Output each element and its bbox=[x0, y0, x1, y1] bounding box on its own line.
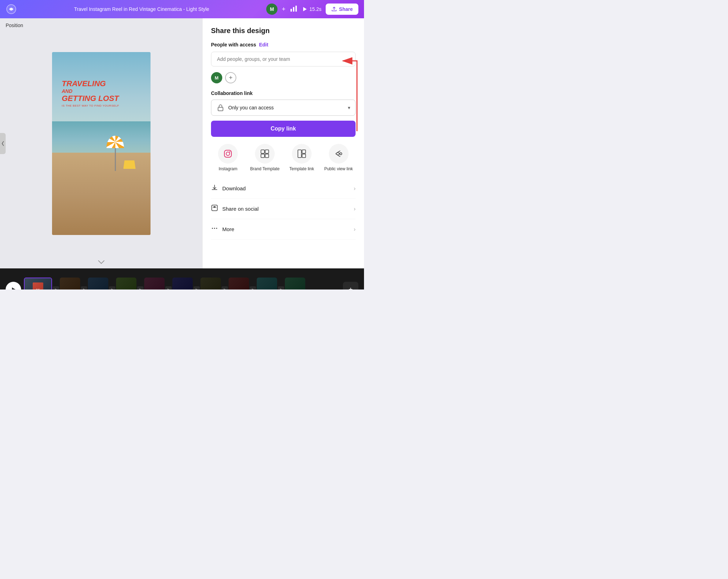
collab-link-label: Collaboration link bbox=[211, 90, 356, 96]
owner-avatar[interactable]: M bbox=[211, 72, 222, 83]
umbrella-top bbox=[107, 136, 124, 148]
lock-icon bbox=[216, 103, 225, 112]
timeline-clip-0[interactable]: T G 3.2s bbox=[24, 278, 52, 290]
copy-link-button[interactable]: Copy link bbox=[211, 121, 356, 137]
add-collaborator-button[interactable]: + bbox=[282, 6, 286, 13]
social-icon bbox=[211, 204, 218, 213]
svg-rect-15 bbox=[302, 150, 306, 153]
clip-transition-4[interactable] bbox=[165, 286, 172, 290]
design-canvas[interactable]: TRAVELING AND GETTING LOST IS THE BEST W… bbox=[52, 52, 151, 235]
clip-transition-1[interactable] bbox=[81, 286, 87, 290]
timeline: T G 3.2s 1.5s 1.5s 1.5s 1.5s bbox=[0, 268, 364, 290]
share-button[interactable]: Share bbox=[326, 4, 358, 15]
share-button-label: Share bbox=[339, 6, 353, 12]
collaborators-row: M + bbox=[211, 72, 356, 83]
clip-transition-6[interactable] bbox=[222, 286, 228, 290]
public-view-link-icon bbox=[329, 144, 349, 164]
add-people-input[interactable] bbox=[211, 52, 356, 66]
sand-layer bbox=[52, 153, 151, 235]
access-level-left: Only you can access bbox=[216, 103, 274, 112]
template-link-icon bbox=[292, 144, 312, 164]
svg-rect-1 bbox=[290, 9, 292, 12]
canvas-area[interactable]: Position TRAVELING AND GETTING LOST bbox=[0, 18, 202, 268]
svg-rect-14 bbox=[298, 150, 301, 158]
instagram-icon bbox=[218, 144, 238, 164]
people-access-row: People with access Edit bbox=[211, 42, 356, 47]
public-view-link-option[interactable]: Public view link bbox=[321, 144, 356, 171]
download-icon bbox=[211, 184, 218, 193]
more-label: More bbox=[222, 226, 234, 232]
more-row[interactable]: More › bbox=[211, 219, 356, 240]
svg-rect-12 bbox=[261, 154, 264, 158]
preview-play-button[interactable]: 15.2s bbox=[302, 6, 321, 12]
download-row[interactable]: Download › bbox=[211, 178, 356, 199]
svg-rect-10 bbox=[261, 150, 264, 153]
brand-template-icon bbox=[255, 144, 275, 164]
timeline-clip-8[interactable]: 1.5s bbox=[257, 278, 277, 290]
document-title: Travel Instagram Reel in Red Vintage Cin… bbox=[21, 6, 262, 12]
svg-rect-2 bbox=[293, 7, 294, 12]
download-label: Download bbox=[222, 185, 246, 191]
svg-rect-13 bbox=[265, 154, 269, 158]
add-collaborator-plus-button[interactable]: + bbox=[225, 72, 236, 83]
social-chevron-icon: › bbox=[354, 206, 356, 212]
public-view-link-label: Public view link bbox=[324, 166, 353, 171]
timeline-clip-2[interactable]: 1.5s bbox=[88, 278, 108, 290]
svg-point-21 bbox=[214, 228, 215, 229]
download-row-left: Download bbox=[211, 184, 246, 193]
timeline-clip-6[interactable]: 1.5s bbox=[200, 278, 221, 290]
instagram-label: Instagram bbox=[219, 166, 237, 171]
sidebar-toggle[interactable] bbox=[0, 133, 6, 154]
timeline-clip-3[interactable]: 1.5s bbox=[116, 278, 136, 290]
position-label: Position bbox=[6, 23, 23, 28]
svg-rect-5 bbox=[218, 107, 223, 111]
timeline-clip-1[interactable]: 1.5s bbox=[60, 278, 80, 290]
timeline-play-button[interactable] bbox=[6, 282, 21, 290]
timeline-clip-4[interactable]: 1.5s bbox=[144, 278, 165, 290]
brand-template-option[interactable]: Brand Template bbox=[248, 144, 282, 171]
svg-rect-7 bbox=[224, 150, 231, 157]
clip-transition-5[interactable] bbox=[193, 286, 200, 290]
text-overlay: TRAVELING AND GETTING LOST IS THE BEST W… bbox=[62, 79, 141, 107]
share-on-social-left: Share on social bbox=[211, 204, 258, 213]
instagram-share-option[interactable]: Instagram bbox=[211, 144, 245, 171]
share-options-grid: Instagram Brand Template bbox=[211, 144, 356, 171]
dropdown-chevron-icon: ▾ bbox=[348, 105, 350, 110]
timeline-clips: T G 3.2s 1.5s 1.5s 1.5s 1.5s bbox=[24, 277, 340, 290]
timeline-clip-5[interactable]: 1.5s bbox=[172, 278, 193, 290]
clip-transition-7[interactable] bbox=[250, 286, 256, 290]
umbrella-pole bbox=[115, 146, 116, 171]
collapse-panel-button[interactable] bbox=[98, 259, 105, 266]
stats-icon[interactable] bbox=[290, 5, 298, 14]
share-panel-title: Share this design bbox=[211, 27, 356, 35]
top-navigation: Travel Instagram Reel in Red Vintage Cin… bbox=[0, 0, 364, 18]
access-level-dropdown[interactable]: Only you can access ▾ bbox=[211, 100, 356, 116]
access-level-text: Only you can access bbox=[228, 105, 274, 110]
clip-transition-3[interactable] bbox=[137, 286, 143, 290]
clip-transition-2[interactable] bbox=[109, 286, 115, 290]
more-icon bbox=[211, 225, 218, 234]
clip-transition-0[interactable] bbox=[53, 286, 59, 290]
svg-point-19 bbox=[214, 206, 215, 208]
svg-point-22 bbox=[216, 228, 217, 229]
svg-rect-3 bbox=[295, 6, 297, 12]
add-clip-button[interactable]: + bbox=[343, 282, 358, 290]
template-link-label: Template link bbox=[289, 166, 314, 171]
share-on-social-row[interactable]: Share on social › bbox=[211, 199, 356, 219]
canvas-title-line3: GETTING LOST bbox=[62, 94, 141, 103]
play-duration: 15.2s bbox=[309, 6, 321, 12]
clip-transition-8[interactable] bbox=[278, 286, 284, 290]
canva-logo[interactable] bbox=[6, 4, 17, 15]
template-link-option[interactable]: Template link bbox=[285, 144, 319, 171]
beach-umbrella bbox=[105, 136, 126, 171]
svg-rect-16 bbox=[302, 154, 306, 158]
user-avatar[interactable]: M bbox=[266, 4, 277, 15]
main-area: Position TRAVELING AND GETTING LOST bbox=[0, 18, 364, 268]
timeline-clip-9[interactable]: 1.5s bbox=[285, 278, 305, 290]
timeline-clip-7[interactable]: 1.5s bbox=[229, 278, 249, 290]
svg-point-20 bbox=[212, 228, 213, 229]
edit-access-link[interactable]: Edit bbox=[259, 42, 268, 47]
download-chevron-icon: › bbox=[354, 185, 356, 192]
svg-rect-11 bbox=[265, 150, 269, 153]
canvas-subtitle: IS THE BEST WAY TO FIND YOURSELF bbox=[62, 104, 141, 107]
